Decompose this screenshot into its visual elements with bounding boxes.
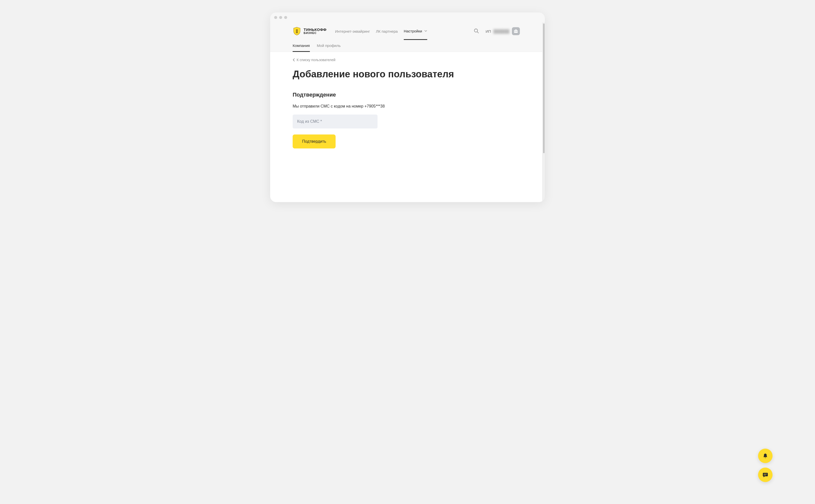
chat-icon <box>762 472 768 478</box>
nav-item-acquiring[interactable]: Интернет-эквайринг <box>335 23 370 39</box>
svg-rect-6 <box>514 31 518 32</box>
svg-rect-1 <box>296 31 298 33</box>
nav-item-label: Интернет-эквайринг <box>335 29 370 33</box>
page-body: К списку пользователей Добавление нового… <box>270 52 542 163</box>
notifications-button[interactable] <box>758 449 773 463</box>
window-minimize-dot[interactable] <box>279 16 282 19</box>
chevron-left-icon <box>293 58 295 61</box>
subnav-item-label: Компания <box>293 43 310 48</box>
browser-titlebar <box>270 12 545 22</box>
scrollbar-thumb[interactable] <box>543 23 544 153</box>
account-prefix: ИП <box>486 29 491 33</box>
window-close-dot[interactable] <box>274 16 277 19</box>
search-icon <box>474 28 479 34</box>
topbar: ТИНЬКОФФ БИЗНЕС Интернет-эквайринг ЛК па… <box>270 22 542 52</box>
subnav-item-company[interactable]: Компания <box>293 40 310 52</box>
account-hidden-name: ██████ <box>493 29 509 33</box>
sms-code-placeholder: Код из СМС * <box>297 119 322 124</box>
subnav-item-profile[interactable]: Мой профиль <box>317 40 341 52</box>
page-title: Добавление нового пользователя <box>293 69 520 80</box>
logo-line2: БИЗНЕС <box>304 32 327 35</box>
logo-text: ТИНЬКОФФ БИЗНЕС <box>304 28 327 34</box>
svg-rect-5 <box>515 29 517 30</box>
sms-info-text: Мы отправили СМС с кодом на номер +7905*… <box>293 104 520 109</box>
logo[interactable]: ТИНЬКОФФ БИЗНЕС <box>293 27 327 36</box>
logo-shield-icon <box>293 27 301 36</box>
topbar-main-row: ТИНЬКОФФ БИЗНЕС Интернет-эквайринг ЛК па… <box>293 22 520 40</box>
account-menu[interactable]: ИП ██████ <box>486 27 520 35</box>
nav-item-settings[interactable]: Настройки <box>404 23 427 40</box>
subnav: Компания Мой профиль <box>293 40 520 52</box>
scrollbar-track[interactable] <box>542 22 545 202</box>
svg-line-3 <box>477 32 478 33</box>
sms-code-input[interactable]: Код из СМС * <box>293 115 378 128</box>
bell-icon <box>762 453 768 459</box>
chat-button[interactable] <box>758 468 773 482</box>
chevron-down-icon <box>424 29 427 32</box>
nav-item-label: Настройки <box>404 29 422 33</box>
nav-item-label: ЛК партнера <box>376 29 398 33</box>
subnav-item-label: Мой профиль <box>317 43 341 48</box>
back-link-label: К списку пользователей <box>297 58 335 62</box>
back-link[interactable]: К списку пользователей <box>293 58 335 62</box>
browser-body: ТИНЬКОФФ БИЗНЕС Интернет-эквайринг ЛК па… <box>270 22 545 202</box>
confirm-button-label: Подтвердить <box>302 139 326 143</box>
briefcase-icon <box>512 27 520 35</box>
section-title: Подтверждение <box>293 92 520 98</box>
window-maximize-dot[interactable] <box>284 16 287 19</box>
browser-window: ТИНЬКОФФ БИЗНЕС Интернет-эквайринг ЛК па… <box>270 12 545 202</box>
floating-buttons <box>758 449 773 482</box>
logo-line1: ТИНЬКОФФ <box>304 28 327 32</box>
svg-point-0 <box>296 29 298 31</box>
nav-item-partner[interactable]: ЛК партнера <box>376 23 398 39</box>
search-button[interactable] <box>474 28 480 34</box>
confirm-button[interactable]: Подтвердить <box>293 134 336 148</box>
page-content: ТИНЬКОФФ БИЗНЕС Интернет-эквайринг ЛК па… <box>270 22 542 202</box>
